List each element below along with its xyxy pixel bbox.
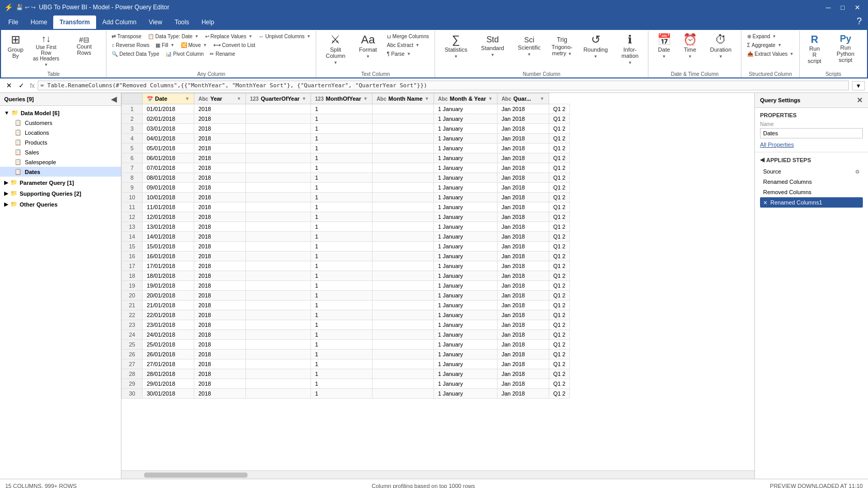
data-cell[interactable]: 2018 [194, 163, 246, 173]
quarter-year-column-header[interactable]: Abc Quar... ▼ [497, 93, 549, 104]
data-cell[interactable]: 1 [311, 124, 372, 134]
query-name-input[interactable] [760, 128, 863, 138]
data-cell[interactable]: 30/01/2018 [143, 389, 194, 399]
query-settings-close-button[interactable]: ✕ [857, 96, 863, 104]
use-first-row-button[interactable]: ↑↓ Use First Rowas Headers ▼ [28, 32, 64, 69]
data-cell[interactable]: Jan 2018 [497, 104, 549, 114]
scientific-button[interactable]: Sci Scientific ▼ [512, 32, 547, 61]
data-cell[interactable]: 1 January [433, 271, 497, 281]
data-cell[interactable]: 19/01/2018 [143, 281, 194, 291]
date-button[interactable]: 📅 Date ▼ [652, 32, 676, 61]
data-cell[interactable]: Jan 2018 [497, 124, 549, 134]
data-cell[interactable]: Q1 2 [549, 163, 570, 173]
data-cell[interactable]: 1 January [433, 163, 497, 173]
data-cell[interactable] [246, 212, 311, 222]
data-cell[interactable]: 25/01/2018 [143, 340, 194, 350]
data-cell[interactable] [246, 310, 311, 320]
time-button[interactable]: ⏰ Time ▼ [677, 32, 703, 61]
data-cell[interactable] [372, 183, 433, 193]
data-cell[interactable]: 1 January [433, 291, 497, 301]
date-column-header[interactable]: 📅 Date ▼ [143, 93, 194, 104]
data-cell[interactable]: 13/01/2018 [143, 222, 194, 232]
data-cell[interactable]: Jan 2018 [497, 134, 549, 144]
data-cell[interactable] [372, 301, 433, 310]
data-cell[interactable]: 04/01/2018 [143, 134, 194, 144]
data-cell[interactable]: 02/01/2018 [143, 114, 194, 124]
data-cell[interactable]: 1 [311, 350, 372, 359]
data-cell[interactable] [246, 320, 311, 330]
data-cell[interactable]: 2018 [194, 222, 246, 232]
data-cell[interactable]: 1 January [433, 330, 497, 340]
move-button[interactable]: 🔀 Move ▼ [178, 41, 210, 50]
minimize-button[interactable]: ─ [822, 2, 835, 12]
data-cell[interactable] [246, 114, 311, 124]
data-cell[interactable]: 2018 [194, 212, 246, 222]
data-cell[interactable] [372, 251, 433, 261]
month-name-column-header[interactable]: Abc Month Name ▼ [372, 93, 433, 104]
data-cell[interactable]: 21/01/2018 [143, 301, 194, 310]
data-cell[interactable]: Jan 2018 [497, 183, 549, 193]
data-cell[interactable]: 12/01/2018 [143, 212, 194, 222]
standard-button[interactable]: Std Standard ▼ [475, 32, 510, 61]
data-cell[interactable]: 1 January [433, 114, 497, 124]
data-cell[interactable]: 2018 [194, 124, 246, 134]
data-cell[interactable]: Jan 2018 [497, 232, 549, 242]
data-cell[interactable]: Q1 2 [549, 301, 570, 310]
data-cell[interactable]: 16/01/2018 [143, 251, 194, 261]
data-cell[interactable]: 1 [311, 310, 372, 320]
data-cell[interactable]: 1 January [433, 232, 497, 242]
data-cell[interactable]: Q1 2 [549, 271, 570, 281]
data-cell[interactable] [246, 389, 311, 399]
data-cell[interactable]: 1 [311, 330, 372, 340]
data-cell[interactable]: Q1 2 [549, 202, 570, 212]
data-cell[interactable]: Jan 2018 [497, 212, 549, 222]
data-cell[interactable]: 1 [311, 340, 372, 350]
data-cell[interactable]: 1 [311, 193, 372, 202]
merge-columns-button[interactable]: ⊔ Merge Columns [384, 32, 431, 41]
data-cell[interactable]: 1 [311, 389, 372, 399]
data-cell[interactable]: Jan 2018 [497, 242, 549, 251]
data-cell[interactable] [246, 242, 311, 251]
close-button[interactable]: ✕ [850, 2, 864, 12]
data-cell[interactable]: 1 January [433, 134, 497, 144]
sidebar-collapse-button[interactable]: ◀ [111, 95, 117, 103]
data-cell[interactable] [372, 144, 433, 153]
data-cell[interactable]: 2018 [194, 350, 246, 359]
data-cell[interactable]: Q1 2 [549, 369, 570, 379]
data-cell[interactable]: 07/01/2018 [143, 163, 194, 173]
data-cell[interactable] [246, 350, 311, 359]
data-cell[interactable]: 2018 [194, 144, 246, 153]
data-cell[interactable]: Q1 2 [549, 340, 570, 350]
data-cell[interactable] [246, 369, 311, 379]
data-cell[interactable] [372, 350, 433, 359]
formula-cancel-button[interactable]: ✕ [3, 80, 14, 91]
data-cell[interactable]: 1 January [433, 350, 497, 359]
data-cell[interactable]: 1 January [433, 242, 497, 251]
data-cell[interactable]: Jan 2018 [497, 173, 549, 183]
run-python-button[interactable]: Py Run Pythonscript [827, 32, 864, 65]
data-cell[interactable]: Jan 2018 [497, 320, 549, 330]
data-cell[interactable]: 1 [311, 134, 372, 144]
data-cell[interactable]: Jan 2018 [497, 202, 549, 212]
data-cell[interactable]: Jan 2018 [497, 369, 549, 379]
data-cell[interactable]: 1 [311, 291, 372, 301]
tree-group-other-header[interactable]: ▶ 📁 Other Queries [0, 199, 121, 209]
data-cell[interactable] [372, 173, 433, 183]
data-cell[interactable]: Jan 2018 [497, 301, 549, 310]
data-cell[interactable]: 1 [311, 242, 372, 251]
data-cell[interactable]: Q1 2 [549, 350, 570, 359]
data-cell[interactable]: Q1 2 [549, 183, 570, 193]
data-cell[interactable]: 1 January [433, 310, 497, 320]
data-cell[interactable]: 05/01/2018 [143, 144, 194, 153]
data-cell[interactable] [372, 281, 433, 291]
data-cell[interactable]: Jan 2018 [497, 163, 549, 173]
data-cell[interactable]: 2018 [194, 271, 246, 281]
data-cell[interactable]: Jan 2018 [497, 261, 549, 271]
month-of-year-column-header[interactable]: 123 MonthOfYear ▼ [311, 93, 372, 104]
data-cell[interactable]: 1 [311, 202, 372, 212]
pivot-column-button[interactable]: 📊 Pivot Column [163, 50, 206, 58]
split-column-button[interactable]: ⚔ SplitColumn ▼ [319, 32, 351, 67]
data-cell[interactable] [372, 310, 433, 320]
data-cell[interactable]: 1 January [433, 261, 497, 271]
data-cell[interactable]: 23/01/2018 [143, 320, 194, 330]
